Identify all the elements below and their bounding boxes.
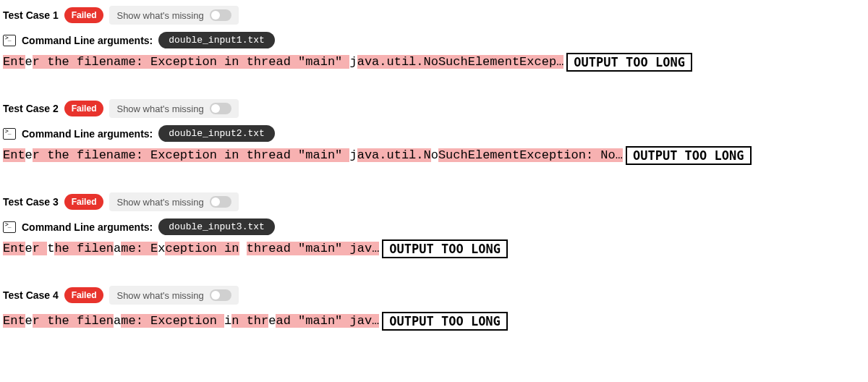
output-text: Enter the filename: Exception in thread … bbox=[3, 54, 563, 71]
output-row: Enter the filename: Exception in thread … bbox=[3, 53, 865, 72]
toggle-switch[interactable] bbox=[210, 9, 231, 21]
test-case-title: Test Case 3 bbox=[3, 196, 59, 208]
terminal-icon bbox=[3, 221, 16, 233]
show-missing-toggle-group[interactable]: Show what's missing bbox=[109, 192, 238, 211]
toggle-switch[interactable] bbox=[210, 196, 231, 208]
cmdline-argument: double_input1.txt bbox=[158, 32, 275, 48]
cmdline-label: Command Line arguments: bbox=[22, 35, 153, 46]
cmdline-argument: double_input2.txt bbox=[158, 125, 275, 142]
test-case: Test Case 2FailedShow what's missingComm… bbox=[3, 99, 865, 165]
toggle-switch[interactable] bbox=[210, 103, 231, 114]
show-missing-label: Show what's missing bbox=[116, 10, 203, 21]
test-case-title: Test Case 2 bbox=[3, 103, 59, 114]
cmdline-argument: double_input3.txt bbox=[158, 218, 275, 235]
status-badge: Failed bbox=[64, 194, 104, 210]
output-too-long-badge: OUTPUT TOO LONG bbox=[382, 239, 508, 258]
output-row: Enter the filename: Exception in thread … bbox=[3, 312, 865, 331]
output-row: Enter the filename: Exception in thread … bbox=[3, 239, 865, 258]
test-case-title: Test Case 4 bbox=[3, 289, 59, 301]
cmdline-row: Command Line arguments:double_input3.txt bbox=[3, 218, 865, 235]
show-missing-toggle-group[interactable]: Show what's missing bbox=[109, 286, 238, 305]
test-case: Test Case 3FailedShow what's missingComm… bbox=[3, 192, 865, 258]
test-case-header: Test Case 2FailedShow what's missing bbox=[3, 99, 865, 118]
show-missing-label: Show what's missing bbox=[116, 290, 203, 301]
cmdline-label: Command Line arguments: bbox=[22, 128, 153, 140]
output-text: Enter the filename: Exception in thread … bbox=[3, 313, 379, 330]
show-missing-toggle-group[interactable]: Show what's missing bbox=[109, 6, 238, 25]
test-case-header: Test Case 4FailedShow what's missing bbox=[3, 286, 865, 305]
output-too-long-badge: OUTPUT TOO LONG bbox=[566, 53, 692, 72]
output-too-long-badge: OUTPUT TOO LONG bbox=[626, 146, 752, 165]
terminal-icon bbox=[3, 35, 16, 46]
status-badge: Failed bbox=[64, 287, 104, 303]
cmdline-label: Command Line arguments: bbox=[22, 221, 153, 233]
cmdline-row: Command Line arguments:double_input2.txt bbox=[3, 125, 865, 142]
output-text: Enter the filename: Exception in thread … bbox=[3, 240, 379, 258]
output-too-long-badge: OUTPUT TOO LONG bbox=[382, 312, 508, 331]
test-case-title: Test Case 1 bbox=[3, 9, 59, 21]
show-missing-label: Show what's missing bbox=[116, 197, 203, 208]
status-badge: Failed bbox=[64, 7, 104, 23]
test-case-header: Test Case 3FailedShow what's missing bbox=[3, 192, 865, 211]
test-case: Test Case 1FailedShow what's missingComm… bbox=[3, 6, 865, 72]
toggle-switch[interactable] bbox=[210, 289, 231, 301]
cmdline-row: Command Line arguments:double_input1.txt bbox=[3, 32, 865, 48]
show-missing-label: Show what's missing bbox=[116, 103, 203, 114]
output-text: Enter the filename: Exception in thread … bbox=[3, 147, 623, 164]
test-case-header: Test Case 1FailedShow what's missing bbox=[3, 6, 865, 25]
status-badge: Failed bbox=[64, 101, 104, 116]
output-row: Enter the filename: Exception in thread … bbox=[3, 146, 865, 165]
terminal-icon bbox=[3, 128, 16, 140]
show-missing-toggle-group[interactable]: Show what's missing bbox=[109, 99, 238, 118]
test-case: Test Case 4FailedShow what's missingEnte… bbox=[3, 286, 865, 331]
